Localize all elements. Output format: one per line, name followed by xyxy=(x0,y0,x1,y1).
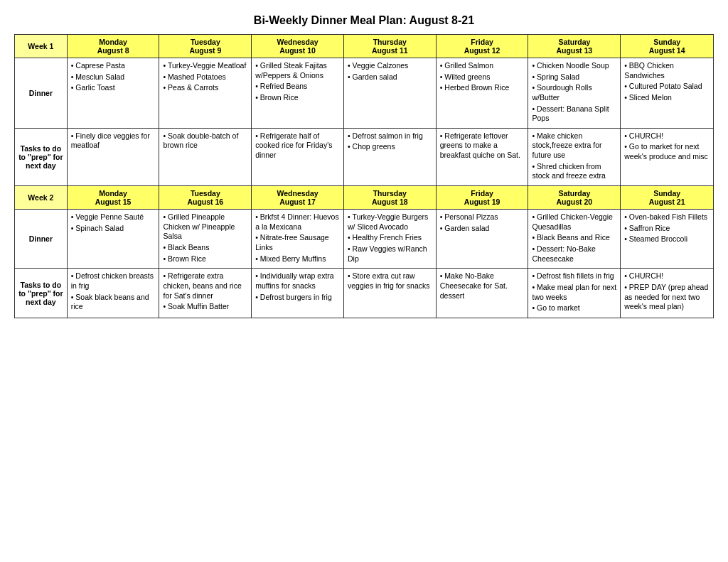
dinner-w2-tue: Grilled Pineapple Chicken w/ Pineapple S… xyxy=(159,210,252,269)
tasks-w1-sun: CHURCH! Go to market for next week's pro… xyxy=(621,128,714,185)
tasks-w1-tue: Soak double-batch of brown rice xyxy=(159,128,252,185)
tasks-w1-sat: Make chicken stock,freeze extra for futu… xyxy=(528,128,621,185)
week2-label: Week 2 xyxy=(15,186,68,210)
dinner-w2-sat: Grilled Chicken-Veggie Quesadillas Black… xyxy=(528,210,621,269)
day-header-wed10: WednesdayAugust 10 xyxy=(252,35,344,58)
day-header-wed17: WednesdayAugust 17 xyxy=(252,186,344,210)
day-header-mon15: MondayAugust 15 xyxy=(67,186,159,210)
dinner-w1-sun: BBQ Chicken Sandwiches Cultured Potato S… xyxy=(621,58,714,129)
day-header-tue9: TuesdayAugust 9 xyxy=(159,35,252,58)
day-header-sun14: SundayAugust 14 xyxy=(621,35,714,58)
tasks-w2-mon: Defrost chicken breasts in frig Soak bla… xyxy=(67,269,159,318)
tasks-label-w2: Tasks to do to "prep" for next day xyxy=(15,269,68,318)
dinner-w1-mon: Caprese Pasta Mesclun Salad Garlic Toast xyxy=(67,58,159,129)
tasks-w2-thu: Store extra cut raw veggies in frig for … xyxy=(343,269,436,318)
day-header-thu11: ThursdayAugust 11 xyxy=(343,35,436,58)
tasks-w1-fri: Refrigerate leftover greens to make a br… xyxy=(436,128,528,185)
tasks-w2-fri: Make No-Bake Cheesecake for Sat. dessert xyxy=(436,269,528,318)
tasks-w2-sat: Defrost fish fillets in frig Make meal p… xyxy=(528,269,621,318)
day-header-sat13: SaturdayAugust 13 xyxy=(528,35,621,58)
dinner-w1-sat: Chicken Noodle Soup Spring Salad Sourdou… xyxy=(528,58,621,129)
dinner-w1-tue: Turkey-Veggie Meatloaf Mashed Potatoes P… xyxy=(159,58,252,129)
tasks-w2-wed: Individually wrap extra muffins for snac… xyxy=(252,269,344,318)
tasks-label-w1: Tasks to do to "prep" for next day xyxy=(15,128,68,185)
day-header-fri19: FridayAugust 19 xyxy=(436,186,528,210)
tasks-w1-thu: Defrost salmon in frig Chop greens xyxy=(343,128,436,185)
dinner-w2-mon: Veggie Penne Sauté Spinach Salad xyxy=(67,210,159,269)
dinner-w2-thu: Turkey-Veggie Burgers w/ Sliced Avocado … xyxy=(343,210,436,269)
day-header-mon8: MondayAugust 8 xyxy=(67,35,159,58)
dinner-w2-wed: Brkfst 4 Dinner: Huevos a la Mexicana Ni… xyxy=(252,210,344,269)
dinner-w2-fri: Personal Pizzas Garden salad xyxy=(436,210,528,269)
dinner-w1-wed: Grilled Steak Fajitas w/Peppers & Onions… xyxy=(252,58,344,129)
day-header-sun21: SundayAugust 21 xyxy=(621,186,714,210)
day-header-tue16: TuesdayAugust 16 xyxy=(159,186,252,210)
dinner-w2-sun: Oven-baked Fish Fillets Saffron Rice Ste… xyxy=(621,210,714,269)
day-header-sat20: SaturdayAugust 20 xyxy=(528,186,621,210)
day-header-fri12: FridayAugust 12 xyxy=(436,35,528,58)
page-title: Bi-Weekly Dinner Meal Plan: August 8-21 xyxy=(14,14,714,27)
tasks-w1-wed: Refrigerate half of cooked rice for Frid… xyxy=(252,128,344,185)
day-header-thu18: ThursdayAugust 18 xyxy=(343,186,436,210)
dinner-w1-fri: Grilled Salmon Wilted greens Herbed Brow… xyxy=(436,58,528,129)
dinner-label-w2: Dinner xyxy=(15,210,68,269)
tasks-w2-tue: Refrigerate extra chicken, beans and ric… xyxy=(159,269,252,318)
tasks-w1-mon: Finely dice veggies for meatloaf xyxy=(67,128,159,185)
week1-label: Week 1 xyxy=(15,35,68,58)
dinner-w1-thu: Veggie Calzones Garden salad xyxy=(343,58,436,129)
dinner-label-w1: Dinner xyxy=(15,58,68,129)
tasks-w2-sun: CHURCH! PREP DAY (prep ahead as needed f… xyxy=(621,269,714,318)
